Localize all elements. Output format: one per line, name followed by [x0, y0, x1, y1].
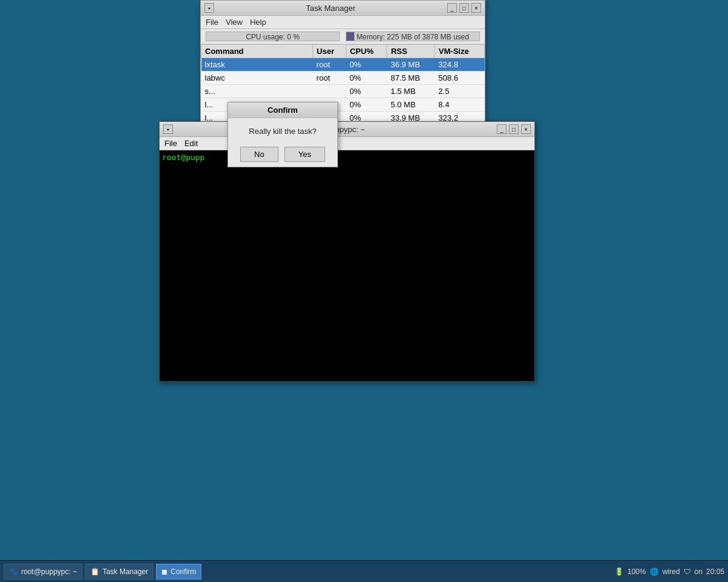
- menu-file[interactable]: File: [206, 18, 218, 27]
- mem-label: Memory: 225 MB of 3878 MB used: [357, 32, 469, 42]
- cell-user: root: [313, 72, 346, 85]
- col-cpu[interactable]: CPU%: [346, 45, 387, 58]
- terminal-taskbar-label: root@puppypc: ~: [21, 567, 77, 576]
- col-vmsize[interactable]: VM-Size: [435, 45, 485, 58]
- maximize-btn[interactable]: □: [459, 3, 469, 13]
- network-on: on: [695, 567, 703, 576]
- confirm-message: Really kill the task?: [228, 118, 337, 142]
- confirm-taskbar-icon: ◼: [161, 567, 167, 576]
- network-label: wired: [662, 567, 680, 576]
- cell-user: [313, 85, 346, 98]
- cell-command: s...: [201, 85, 313, 98]
- confirm-no-btn[interactable]: No: [240, 147, 278, 162]
- terminal-close-btn[interactable]: ×: [521, 124, 531, 134]
- window-icon-btn[interactable]: ▪: [204, 3, 214, 13]
- confirm-taskbar-label: Confirm: [170, 567, 196, 576]
- titlebar-right-controls: _ □ ×: [447, 3, 481, 13]
- taskbar: 🐾 root@puppypc: ~ 📋 Task Manager ◼ Confi…: [0, 560, 728, 582]
- cell-cpu: 0%: [346, 98, 387, 112]
- col-user[interactable]: User: [313, 45, 346, 58]
- clock: 20:05: [706, 567, 724, 576]
- cpu-bar: CPU usage: 0 %: [206, 32, 340, 41]
- cell-command: lxtask: [201, 58, 313, 72]
- terminal-menu-file[interactable]: File: [164, 139, 177, 148]
- network-icon: 🌐: [650, 567, 659, 576]
- terminal-titlebar: ▪ root@puppypc: ~ _ □ ×: [160, 122, 534, 137]
- terminal-left-controls: ▪: [163, 124, 173, 134]
- cell-rss: 36.9 MB: [387, 58, 435, 72]
- terminal-window: ▪ root@puppypc: ~ _ □ × File Edit root@p…: [159, 121, 535, 382]
- terminal-right-controls: _ □ ×: [497, 124, 531, 134]
- col-command[interactable]: Command: [201, 45, 313, 58]
- confirm-title: Confirm: [228, 102, 337, 118]
- terminal-menu: File Edit: [160, 137, 534, 150]
- systray: 🔋 100% 🌐 wired 🛡 on 20:05: [615, 567, 724, 576]
- cell-vmsize: 324.8: [435, 58, 485, 72]
- terminal-prompt: root@pupp: [162, 153, 204, 162]
- close-btn[interactable]: ×: [471, 3, 481, 13]
- confirm-buttons: No Yes: [228, 142, 337, 167]
- terminal-maximize-btn[interactable]: □: [509, 124, 519, 134]
- cell-vmsize: 2.5: [435, 85, 485, 98]
- battery-pct: 100%: [627, 567, 646, 576]
- cell-user: root: [313, 58, 346, 72]
- table-row[interactable]: labwc root 0% 87.5 MB 508.6: [201, 72, 485, 85]
- table-row[interactable]: lxtask root 0% 36.9 MB 324.8: [201, 58, 485, 72]
- titlebar-left-controls: ▪: [204, 3, 214, 13]
- terminal-menu-edit[interactable]: Edit: [184, 139, 198, 148]
- mem-bar-fill: [346, 32, 354, 41]
- terminal-body[interactable]: root@pupp: [160, 150, 534, 376]
- taskbar-item-taskmanager[interactable]: 📋 Task Manager: [85, 564, 153, 580]
- cell-command: labwc: [201, 72, 313, 85]
- taskmanager-taskbar-icon: 📋: [90, 567, 99, 576]
- task-manager-menu: File View Help: [201, 16, 485, 29]
- mem-bar: Memory: 225 MB of 3878 MB used: [346, 32, 480, 41]
- minimize-btn[interactable]: _: [447, 3, 457, 13]
- cell-rss: 87.5 MB: [387, 72, 435, 85]
- terminal-minimize-btn[interactable]: _: [497, 124, 507, 134]
- cell-rss: 5.0 MB: [387, 98, 435, 112]
- network-status-icon: 🛡: [684, 567, 691, 576]
- menu-help[interactable]: Help: [250, 18, 266, 27]
- terminal-taskbar-icon: 🐾: [9, 567, 18, 576]
- taskbar-item-confirm[interactable]: ◼ Confirm: [156, 564, 201, 580]
- cell-vmsize: 8.4: [435, 98, 485, 112]
- terminal-icon-btn[interactable]: ▪: [163, 124, 173, 134]
- cell-cpu: 0%: [346, 58, 387, 72]
- confirm-dialog: Confirm Really kill the task? No Yes: [228, 102, 338, 167]
- cell-vmsize: 508.6: [435, 72, 485, 85]
- col-rss[interactable]: RSS: [387, 45, 435, 58]
- task-manager-title: Task Manager: [214, 4, 447, 13]
- taskmanager-taskbar-label: Task Manager: [103, 567, 148, 576]
- cell-cpu: 0%: [346, 85, 387, 98]
- usage-bars: CPU usage: 0 % Memory: 225 MB of 3878 MB…: [201, 29, 485, 44]
- table-row[interactable]: s... 0% 1.5 MB 2.5: [201, 85, 485, 98]
- cell-rss: 1.5 MB: [387, 85, 435, 98]
- cpu-label: CPU usage: 0 %: [246, 32, 300, 42]
- task-manager-titlebar: ▪ Task Manager _ □ ×: [201, 1, 485, 16]
- menu-view[interactable]: View: [226, 18, 243, 27]
- battery-icon: 🔋: [615, 567, 624, 576]
- taskbar-item-terminal[interactable]: 🐾 root@puppypc: ~: [4, 564, 83, 580]
- confirm-yes-btn[interactable]: Yes: [285, 147, 325, 162]
- cell-cpu: 0%: [346, 72, 387, 85]
